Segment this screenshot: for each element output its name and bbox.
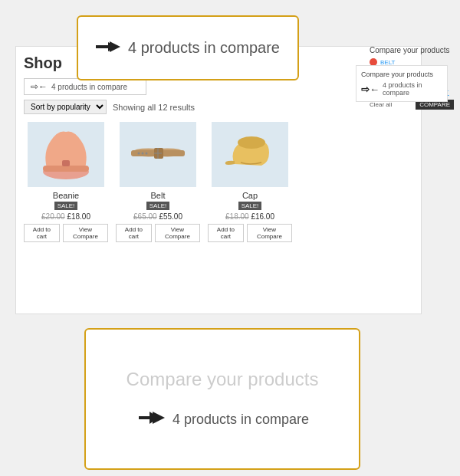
sale-badge-belt: SALE! [146,202,170,210]
product-image-belt [120,122,196,187]
price-old-belt: £65.00 [133,212,157,221]
svg-point-6 [142,153,144,155]
tooltip-top-icon [96,39,120,57]
product-buttons-belt: Add to cart View Compare [116,224,200,242]
tooltip-bottom: Compare your products 4 products in comp… [84,328,360,470]
compare-sidebar: Compare your products BELT BEANS CAP HOO… [370,46,454,110]
tooltip-top: 4 products in compare [77,15,299,80]
product-card-beanie: Beanie SALE! £20.00 £18.00 Add to cart V… [24,122,108,242]
product-buttons-cap: Add to cart View Compare [208,224,292,242]
price-old-beanie: £20.00 [41,212,65,221]
svg-point-8 [238,136,265,149]
sort-select[interactable]: Sort by popularity [24,100,107,114]
product-name-beanie: Beanie [53,191,79,200]
products-grid: Beanie SALE! £20.00 £18.00 Add to cart V… [24,122,413,242]
add-to-cart-belt[interactable]: Add to cart [116,224,152,242]
compare-arrows-icon: ⇨← [31,81,48,92]
view-compare-cap[interactable]: View Compare [247,224,292,242]
sale-badge-cap: SALE! [238,202,262,210]
svg-rect-2 [62,160,70,166]
tooltip-bottom-content: 4 products in compare [136,409,309,429]
compare-widget: Compare your products ⇨← 4 products in c… [356,65,448,102]
view-compare-belt[interactable]: View Compare [155,224,200,242]
svg-point-5 [138,153,140,155]
price-beanie: £20.00 £18.00 [41,212,90,221]
view-compare-beanie[interactable]: View Compare [63,224,108,242]
add-to-cart-beanie[interactable]: Add to cart [24,224,60,242]
price-new-cap: £16.00 [251,212,274,221]
tooltip-top-text: 4 products in compare [128,39,280,57]
results-text: Showing all 12 results [113,103,195,112]
compare-widget-icon: ⇨← [361,84,380,95]
compare-widget-text: 4 products in compare [383,81,442,97]
price-old-cap: £18.00 [225,212,249,221]
product-name-cap: Cap [242,191,258,200]
product-image-beanie [28,122,104,187]
compare-bar-text: 4 products in compare [51,83,127,91]
price-new-belt: £55.00 [159,212,182,221]
product-image-cap [212,122,288,187]
compare-bar[interactable]: ⇨← 4 products in compare [24,78,146,95]
tooltip-bottom-icon [136,409,165,429]
product-card-cap: Cap SALE! £18.00 £16.00 Add to cart View… [208,122,292,242]
add-to-cart-cap[interactable]: Add to cart [208,224,244,242]
product-card-belt: Belt SALE! £65.00 £55.00 Add to cart Vie… [116,122,200,242]
tooltip-bottom-text: 4 products in compare [172,412,309,428]
price-cap: £18.00 £16.00 [225,212,274,221]
svg-point-7 [146,153,148,155]
compare-widget-content: ⇨← 4 products in compare [361,81,442,97]
sort-bar: Sort by popularity Showing all 12 result… [24,100,413,114]
price-belt: £65.00 £55.00 [133,212,182,221]
product-name-belt: Belt [151,191,166,200]
sale-badge-beanie: SALE! [54,202,78,210]
tooltip-bottom-title: Compare your products [127,369,319,390]
tooltip-top-content: 4 products in compare [96,39,280,57]
sidebar-title: Compare your products [370,46,454,54]
clear-all-btn[interactable]: Clear all [370,101,392,108]
svg-rect-1 [43,166,89,172]
product-buttons-beanie: Add to cart View Compare [24,224,108,242]
price-new-beanie: £18.00 [67,212,90,221]
compare-widget-title: Compare your products [361,71,442,78]
